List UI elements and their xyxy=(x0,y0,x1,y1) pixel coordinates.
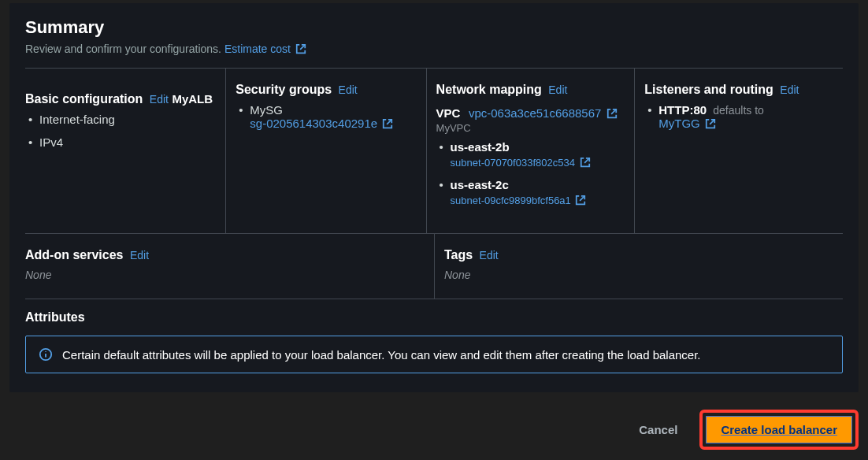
listeners-title: Listeners and routing xyxy=(644,83,773,96)
basic-item: IPv4 xyxy=(25,135,216,149)
page-title: Summary xyxy=(25,17,843,38)
listener-item: HTTP:80 defaults to MyTGG xyxy=(644,103,843,130)
basic-title: Basic configuration xyxy=(25,92,143,106)
security-group-item: MySG sg-0205614303c40291e xyxy=(236,103,416,130)
subtitle-text: Review and confirm your configurations. xyxy=(25,43,224,55)
vpc-label: VPC xyxy=(436,106,461,120)
external-link-icon xyxy=(575,195,586,206)
external-link-icon xyxy=(580,157,591,168)
az-item: us-east-2c subnet-09cfc9899bfcf56a1 xyxy=(436,178,625,206)
summary-grid: Basic configuration Edit MyALB Internet-… xyxy=(25,69,843,233)
attributes-info-text: Certain default attributes will be appli… xyxy=(62,348,701,362)
vpc-name: MyVPC xyxy=(436,122,625,134)
summary-panel: Summary Review and confirm your configur… xyxy=(9,3,859,392)
svg-point-2 xyxy=(45,351,46,352)
az-item: us-east-2b subnet-07070f033f802c534 xyxy=(436,140,625,169)
vpc-id-link[interactable]: vpc-063a3ce51c6688567 xyxy=(469,106,618,120)
external-link-icon xyxy=(382,118,393,129)
external-link-icon xyxy=(606,108,618,119)
addons-value: None xyxy=(25,269,425,281)
create-button-highlight: Create load balancer xyxy=(699,410,859,450)
footer-actions: Cancel Create load balancer xyxy=(9,392,859,450)
info-icon xyxy=(39,347,53,362)
security-groups-section: Security groups Edit MySG sg-0205614303c… xyxy=(225,69,425,233)
listeners-section: Listeners and routing Edit HTTP:80 defau… xyxy=(634,69,843,233)
summary-header: Summary Review and confirm your configur… xyxy=(25,3,843,68)
tags-title: Tags xyxy=(444,248,473,262)
summary-row-2: Add-on services Edit None Tags Edit None xyxy=(25,234,843,299)
page-subtitle: Review and confirm your configurations. … xyxy=(25,43,843,55)
tags-section: Tags Edit None xyxy=(434,234,843,299)
create-load-balancer-button[interactable]: Create load balancer xyxy=(706,416,852,443)
az-name: us-east-2c xyxy=(451,178,509,191)
subnet-link[interactable]: subnet-07070f033f802c534 xyxy=(451,157,625,169)
listener-protocol: HTTP:80 xyxy=(658,103,707,117)
target-group-link[interactable]: MyTGG xyxy=(658,117,716,130)
estimate-cost-link[interactable]: Estimate cost xyxy=(224,43,306,55)
external-link-icon xyxy=(295,43,306,54)
subnet-link[interactable]: subnet-09cfc9899bfcf56a1 xyxy=(451,195,625,206)
az-name: us-east-2b xyxy=(451,140,510,154)
network-mapping-section: Network mapping Edit VPC vpc-063a3ce51c6… xyxy=(426,69,635,233)
sg-id-link[interactable]: sg-0205614303c40291e xyxy=(250,117,393,130)
security-title: Security groups xyxy=(236,83,332,96)
tags-value: None xyxy=(444,269,833,281)
lb-name: MyALB xyxy=(172,92,213,106)
external-link-icon xyxy=(705,118,716,129)
addons-title: Add-on services xyxy=(25,248,123,262)
network-title: Network mapping xyxy=(436,83,542,96)
network-edit-link[interactable]: Edit xyxy=(548,83,567,96)
sg-name: MySG xyxy=(250,103,283,117)
tags-edit-link[interactable]: Edit xyxy=(480,249,499,262)
addons-edit-link[interactable]: Edit xyxy=(130,249,149,262)
addons-section: Add-on services Edit None xyxy=(25,234,434,299)
listener-defaults-to: defaults to xyxy=(713,104,764,117)
attributes-section: Attributes Certain default attributes wi… xyxy=(25,299,843,373)
basic-configuration-section: Basic configuration Edit MyALB Internet-… xyxy=(25,69,225,233)
attributes-info-box: Certain default attributes will be appli… xyxy=(25,336,843,373)
listeners-edit-link[interactable]: Edit xyxy=(780,83,799,96)
basic-item: Internet-facing xyxy=(25,113,216,126)
security-edit-link[interactable]: Edit xyxy=(339,83,358,96)
basic-edit-link[interactable]: Edit xyxy=(150,93,169,106)
cancel-button[interactable]: Cancel xyxy=(629,415,687,444)
attributes-title: Attributes xyxy=(25,310,85,324)
